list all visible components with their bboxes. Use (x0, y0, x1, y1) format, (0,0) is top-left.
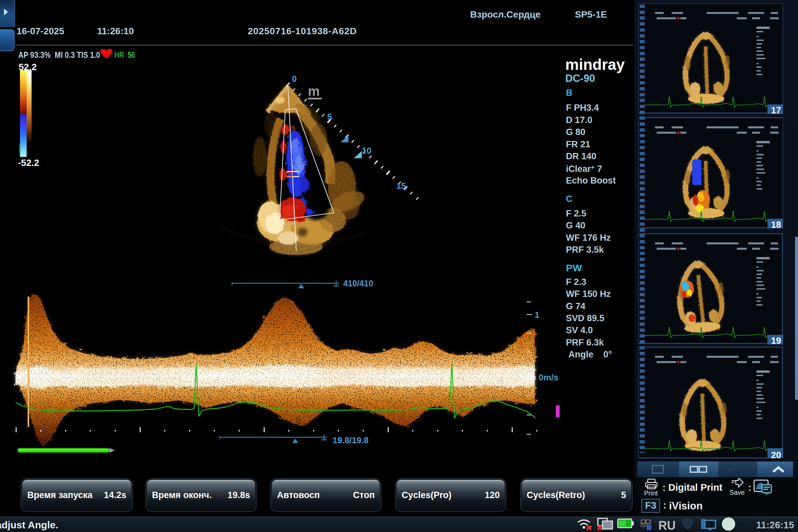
svg-text:Save: Save (729, 489, 745, 496)
svg-text:20: 20 (771, 450, 781, 459)
svg-text:17: 17 (771, 106, 781, 115)
svg-text:5: 5 (327, 112, 332, 122)
svg-text:RU: RU (658, 519, 676, 532)
svg-text::: : (748, 482, 752, 493)
svg-text:19.8/19.8: 19.8/19.8 (332, 435, 368, 445)
svg-text:19: 19 (771, 336, 781, 346)
svg-text:0: 0 (292, 74, 297, 84)
svg-text:1: 1 (535, 310, 539, 320)
svg-text:m: m (308, 84, 320, 98)
svg-text:✖: ✖ (596, 524, 603, 532)
svg-text:Print: Print (644, 490, 658, 497)
svg-text:15: 15 (396, 181, 406, 191)
svg-text:10: 10 (362, 146, 372, 156)
svg-text:✖: ✖ (586, 524, 592, 532)
svg-text:18: 18 (771, 220, 781, 230)
svg-text:0m/s: 0m/s (539, 373, 558, 382)
svg-text::: : (662, 482, 666, 493)
